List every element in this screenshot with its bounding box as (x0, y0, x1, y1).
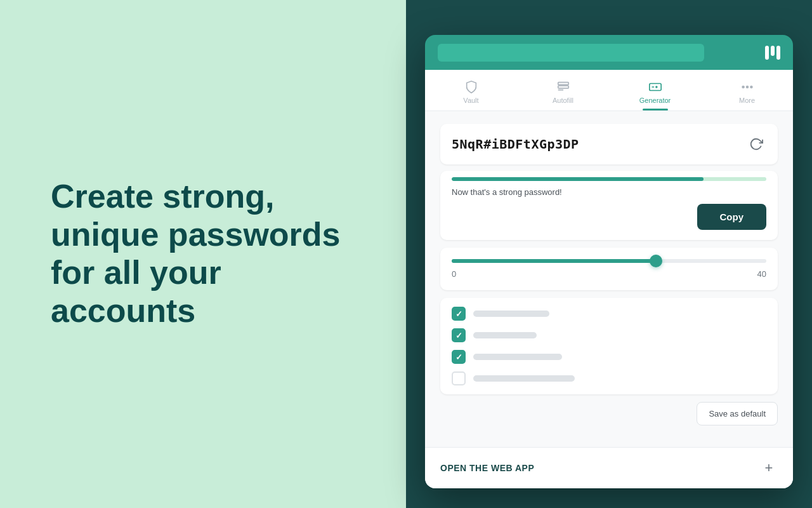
generated-password: 5NqR#iBDFtXGp3DP (452, 137, 579, 152)
logo-bar-3 (776, 46, 780, 60)
tab-autofill[interactable]: Autofill (517, 75, 609, 110)
slider-track (452, 259, 766, 263)
refresh-icon (749, 137, 763, 151)
svg-point-8 (746, 86, 748, 88)
vault-icon (464, 80, 478, 94)
svg-point-9 (750, 86, 752, 88)
open-web-app-button[interactable]: OPEN THE WEB APP (440, 463, 534, 473)
checkbox-3-label (473, 354, 562, 360)
extension-popup: Vault Autofill (425, 70, 793, 488)
password-display-box: 5NqR#iBDFtXGp3DP (440, 124, 778, 164)
tab-vault[interactable]: Vault (425, 75, 517, 110)
generator-tab-label: Generator (639, 97, 671, 104)
tab-more[interactable]: More (701, 75, 793, 110)
save-default-button[interactable]: Save as default (697, 402, 778, 425)
checkbox-row-3 (452, 350, 766, 364)
browser-address-bar (438, 44, 704, 62)
checkbox-3[interactable] (452, 350, 466, 364)
popup-content: 5NqR#iBDFtXGp3DP Now that's a strong pas… (425, 111, 793, 447)
checkbox-4[interactable] (452, 371, 466, 385)
slider-thumb[interactable] (650, 255, 662, 267)
strength-bar-track (452, 177, 766, 181)
checkbox-2[interactable] (452, 328, 466, 342)
svg-rect-0 (558, 83, 568, 85)
strength-message: Now that's a strong password! (452, 187, 562, 197)
autofill-icon (556, 80, 570, 94)
slider-fill (452, 259, 656, 263)
bitwarden-logo (765, 46, 780, 60)
copy-button[interactable]: Copy (697, 204, 767, 230)
refresh-password-button[interactable] (746, 134, 766, 154)
slider-labels: 0 40 (452, 269, 766, 279)
plus-icon[interactable]: + (760, 459, 778, 477)
strength-bar-fill (452, 177, 704, 181)
checkbox-2-label (473, 332, 537, 338)
nav-tabs: Vault Autofill (425, 70, 793, 111)
more-icon (740, 80, 754, 94)
strength-section: Now that's a strong password! Copy (440, 171, 778, 240)
vault-tab-label: Vault (463, 97, 478, 104)
bottom-bar: OPEN THE WEB APP + (425, 447, 793, 488)
browser-topbar (425, 35, 793, 70)
save-default-row: Save as default (440, 402, 778, 434)
svg-rect-1 (558, 86, 568, 88)
headline: Create strong, unique passwords for all … (51, 178, 355, 330)
right-panel: Vault Autofill (406, 0, 812, 508)
checkbox-1[interactable] (452, 307, 466, 321)
copy-row: Copy (452, 204, 766, 230)
generator-tab-underline (643, 109, 668, 110)
left-panel: Create strong, unique passwords for all … (0, 0, 406, 508)
logo-bar-1 (765, 46, 769, 60)
slider-section: 0 40 (440, 248, 778, 290)
generator-icon (648, 80, 662, 94)
slider-max-label: 40 (757, 269, 766, 279)
tab-generator[interactable]: Generator (609, 75, 701, 110)
checkbox-row-2 (452, 328, 766, 342)
checkbox-1-label (473, 311, 549, 317)
checkbox-4-label (473, 375, 575, 382)
slider-min-label: 0 (452, 269, 456, 279)
logo-bar-2 (771, 46, 775, 56)
browser-frame: Vault Autofill (425, 35, 793, 488)
checkbox-row-1 (452, 307, 766, 321)
more-tab-label: More (739, 97, 755, 104)
checkboxes-section (440, 298, 778, 394)
autofill-tab-label: Autofill (553, 97, 573, 104)
checkbox-row-4 (452, 371, 766, 385)
svg-point-7 (742, 86, 744, 88)
